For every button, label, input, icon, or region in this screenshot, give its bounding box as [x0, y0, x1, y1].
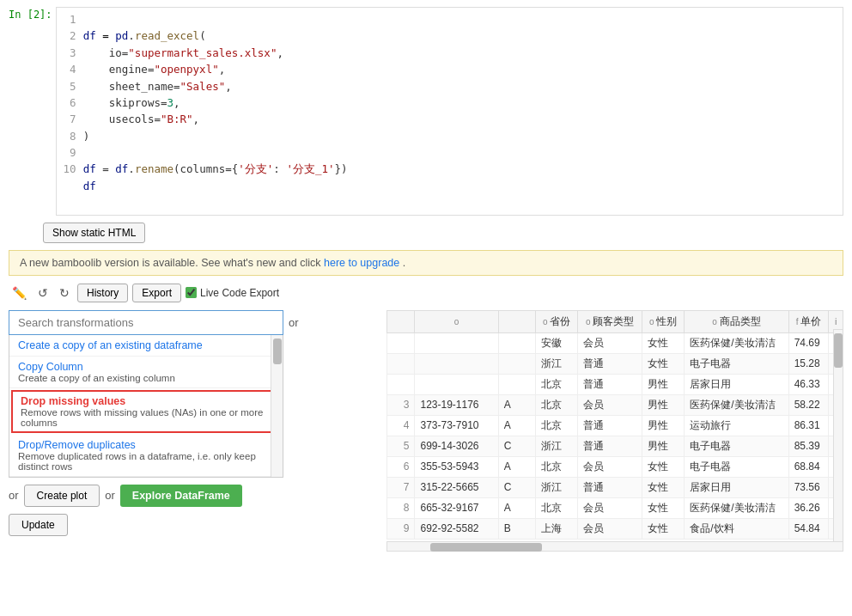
table-row: 6 355-53-5943 A 北京 会员 女性 电子电器 68.84 [387, 456, 843, 477]
table-row: 浙江 普通 女性 电子电器 15.28 [387, 353, 843, 374]
or-label-3: or [105, 489, 115, 502]
or-label-1: or [289, 316, 299, 329]
list-item[interactable]: Create a copy of an existing dataframe [9, 335, 283, 357]
notification-bar: A new bamboolib version is available. Se… [9, 250, 843, 276]
create-plot-button[interactable]: Create plot [24, 485, 100, 507]
live-code-checkbox[interactable] [186, 287, 197, 298]
notification-text-after: . [403, 257, 405, 269]
live-code-label[interactable]: Live Code Export [186, 287, 279, 299]
history-button[interactable]: History [77, 284, 128, 302]
table-row: 4 373-73-7910 A 北京 普通 男性 运动旅行 86.31 [387, 415, 843, 436]
action-toolbar: ✏️ ↺ ↻ History Export Live Code Export [0, 279, 852, 307]
col-header-product-type: o 商品类型 [685, 310, 789, 332]
code-text: df = pd.read_excel( io="supermarkt_sales… [83, 11, 348, 211]
dropdown-item-title: Create a copy of an existing dataframe [18, 339, 274, 351]
vertical-scrollbar[interactable] [833, 329, 843, 552]
line-numbers: 12345678910 [57, 11, 83, 211]
horizontal-scrollbar[interactable] [386, 541, 843, 552]
or-label-2: or [9, 489, 19, 502]
search-input[interactable] [9, 310, 283, 335]
undo-button[interactable]: ✏️ [9, 284, 30, 302]
show-static-html-button[interactable]: Show static HTML [43, 223, 145, 243]
col-header-grade [498, 310, 535, 332]
code-block: 12345678910 df = pd.read_excel( io="supe… [56, 7, 843, 216]
dropdown-item-desc: Create a copy of an existing column [18, 373, 274, 383]
left-panel: or Create a copy of an existing datafram… [9, 310, 378, 552]
export-button[interactable]: Export [132, 284, 181, 302]
update-row: Update [9, 514, 378, 536]
update-button[interactable]: Update [9, 514, 68, 536]
list-item[interactable]: Copy Column Create a copy of an existing… [9, 357, 283, 388]
table-row: 9 692-92-5582 B 上海 会员 女性 食品/饮料 54.84 [387, 518, 843, 539]
list-item[interactable]: Drop/Remove duplicates Remove duplicated… [9, 435, 283, 477]
search-row: or [9, 310, 378, 335]
undo-arrow-button[interactable]: ↺ [34, 284, 52, 302]
col-header-province: o 省份 [536, 310, 578, 332]
dropdown-scrollbar[interactable] [271, 335, 283, 477]
col-header-customer-type: o 顾客类型 [578, 310, 642, 332]
col-header-index [387, 310, 415, 332]
col-header-gender: o 性别 [642, 310, 685, 332]
dropdown-list: Create a copy of an existing dataframe C… [9, 335, 283, 478]
data-table: o o 省份 o 顾客类型 o 性别 o 商品类型 f 单价 i [386, 310, 843, 540]
table-row: 3 123-19-1176 A 北京 会员 男性 医药保健/美妆清洁 58.22 [387, 394, 843, 415]
list-item-drop-missing[interactable]: Drop missing values Remove rows with mis… [11, 390, 281, 433]
main-content: or Create a copy of an existing datafram… [0, 307, 852, 555]
dropdown-item-desc-highlighted: Remove rows with missing values (NAs) in… [21, 407, 271, 428]
table-row: 7 315-22-5665 C 浙江 普通 女性 居家日用 73.56 [387, 477, 843, 497]
table-area: o o 省份 o 顾客类型 o 性别 o 商品类型 f 单价 i [386, 310, 843, 552]
explore-dataframe-button[interactable]: Explore DataFrame [120, 485, 242, 507]
redo-button[interactable]: ↻ [56, 284, 73, 302]
table-row: 8 665-32-9167 A 北京 会员 女性 医药保健/美妆清洁 36.26 [387, 497, 843, 518]
notification-link[interactable]: here to upgrade [324, 257, 399, 269]
notification-text: A new bamboolib version is available. Se… [20, 257, 321, 269]
live-code-text: Live Code Export [200, 287, 279, 299]
static-html-toolbar: Show static HTML [0, 219, 852, 248]
action-buttons-row: or Create plot or Explore DataFrame [9, 485, 378, 507]
table-row: 北京 普通 男性 居家日用 46.33 [387, 374, 843, 394]
dropdown-item-desc: Remove duplicated rows in a dataframe, i… [18, 451, 274, 472]
table-row: 安徽 会员 女性 医药保健/美妆清洁 74.69 [387, 332, 843, 353]
col-header-price: f 单价 [788, 310, 829, 332]
col-header-id: o [415, 310, 498, 332]
dropdown-item-title-highlighted: Drop missing values [21, 395, 271, 407]
dropdown-item-title: Drop/Remove duplicates [18, 439, 274, 451]
table-row: 5 699-14-3026 C 浙江 普通 男性 电子电器 85.39 [387, 436, 843, 456]
dropdown-item-title: Copy Column [18, 361, 274, 373]
cell-label: In [2]: [9, 9, 52, 21]
